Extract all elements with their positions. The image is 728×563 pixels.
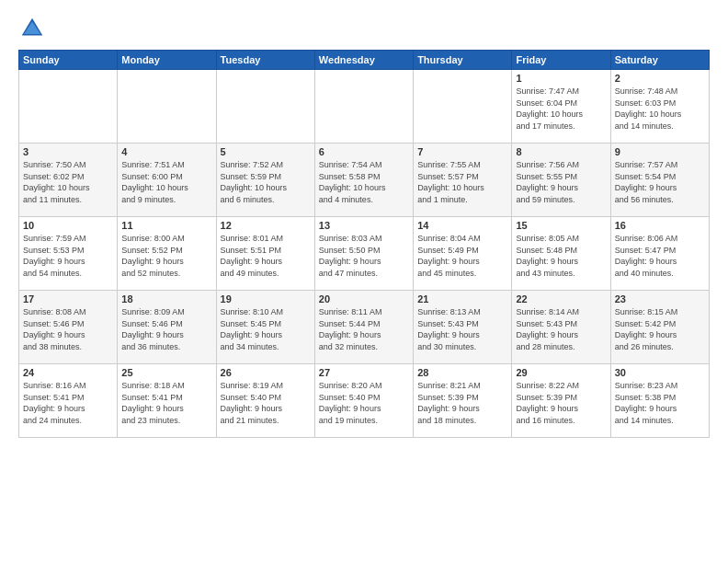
day-info: Sunrise: 8:22 AM Sunset: 5:39 PM Dayligh… (516, 380, 606, 426)
day-info: Sunrise: 8:14 AM Sunset: 5:43 PM Dayligh… (516, 306, 606, 352)
calendar-cell: 10Sunrise: 7:59 AM Sunset: 5:53 PM Dayli… (19, 217, 118, 291)
day-info: Sunrise: 7:50 AM Sunset: 6:02 PM Dayligh… (23, 159, 113, 205)
day-number: 16 (615, 220, 705, 231)
day-info: Sunrise: 7:55 AM Sunset: 5:57 PM Dayligh… (417, 159, 507, 205)
calendar-cell (216, 70, 314, 144)
calendar-cell: 14Sunrise: 8:04 AM Sunset: 5:49 PM Dayli… (414, 217, 512, 291)
day-info: Sunrise: 8:09 AM Sunset: 5:46 PM Dayligh… (121, 306, 211, 352)
day-number: 21 (417, 293, 507, 304)
calendar-cell: 22Sunrise: 8:14 AM Sunset: 5:43 PM Dayli… (512, 291, 610, 364)
week-row-5: 24Sunrise: 8:16 AM Sunset: 5:41 PM Dayli… (19, 364, 710, 438)
col-header-wednesday: Wednesday (314, 51, 413, 70)
day-info: Sunrise: 7:52 AM Sunset: 5:59 PM Dayligh… (221, 159, 311, 205)
day-number: 7 (417, 146, 507, 157)
calendar-cell: 17Sunrise: 8:08 AM Sunset: 5:46 PM Dayli… (19, 291, 118, 364)
col-header-monday: Monday (118, 51, 216, 70)
calendar-cell: 6Sunrise: 7:54 AM Sunset: 5:58 PM Daylig… (314, 144, 413, 217)
calendar-cell: 29Sunrise: 8:22 AM Sunset: 5:39 PM Dayli… (512, 364, 610, 438)
day-info: Sunrise: 8:10 AM Sunset: 5:45 PM Dayligh… (221, 306, 311, 352)
day-number: 14 (417, 220, 507, 231)
day-info: Sunrise: 8:13 AM Sunset: 5:43 PM Dayligh… (417, 306, 507, 352)
calendar-cell: 15Sunrise: 8:05 AM Sunset: 5:48 PM Dayli… (512, 217, 610, 291)
col-header-tuesday: Tuesday (216, 51, 314, 70)
calendar-cell: 16Sunrise: 8:06 AM Sunset: 5:47 PM Dayli… (610, 217, 709, 291)
day-info: Sunrise: 8:18 AM Sunset: 5:41 PM Dayligh… (121, 380, 211, 426)
day-info: Sunrise: 8:05 AM Sunset: 5:48 PM Dayligh… (516, 233, 606, 279)
day-number: 23 (615, 293, 705, 304)
calendar-cell (19, 70, 118, 144)
calendar-cell: 4Sunrise: 7:51 AM Sunset: 6:00 PM Daylig… (118, 144, 216, 217)
day-info: Sunrise: 8:19 AM Sunset: 5:40 PM Dayligh… (221, 380, 311, 426)
day-number: 26 (221, 367, 311, 378)
day-info: Sunrise: 8:04 AM Sunset: 5:49 PM Dayligh… (417, 233, 507, 279)
day-info: Sunrise: 8:20 AM Sunset: 5:40 PM Dayligh… (319, 380, 409, 426)
calendar-cell: 12Sunrise: 8:01 AM Sunset: 5:51 PM Dayli… (216, 217, 314, 291)
col-header-sunday: Sunday (19, 51, 118, 70)
logo (18, 15, 51, 42)
day-number: 6 (319, 146, 409, 157)
week-row-2: 3Sunrise: 7:50 AM Sunset: 6:02 PM Daylig… (19, 144, 710, 217)
day-info: Sunrise: 7:57 AM Sunset: 5:54 PM Dayligh… (615, 159, 705, 205)
day-number: 18 (121, 293, 211, 304)
calendar-cell: 3Sunrise: 7:50 AM Sunset: 6:02 PM Daylig… (19, 144, 118, 217)
calendar-cell: 19Sunrise: 8:10 AM Sunset: 5:45 PM Dayli… (216, 291, 314, 364)
calendar-cell: 23Sunrise: 8:15 AM Sunset: 5:42 PM Dayli… (610, 291, 709, 364)
calendar-cell (118, 70, 216, 144)
day-info: Sunrise: 8:00 AM Sunset: 5:52 PM Dayligh… (121, 233, 211, 279)
day-number: 19 (221, 293, 311, 304)
calendar-cell: 1Sunrise: 7:47 AM Sunset: 6:04 PM Daylig… (512, 70, 610, 144)
day-info: Sunrise: 8:16 AM Sunset: 5:41 PM Dayligh… (23, 380, 113, 426)
calendar-cell: 28Sunrise: 8:21 AM Sunset: 5:39 PM Dayli… (414, 364, 512, 438)
day-number: 25 (121, 367, 211, 378)
calendar-cell: 11Sunrise: 8:00 AM Sunset: 5:52 PM Dayli… (118, 217, 216, 291)
calendar-cell: 8Sunrise: 7:56 AM Sunset: 5:55 PM Daylig… (512, 144, 610, 217)
day-number: 15 (516, 220, 606, 231)
calendar-cell: 7Sunrise: 7:55 AM Sunset: 5:57 PM Daylig… (414, 144, 512, 217)
day-info: Sunrise: 7:47 AM Sunset: 6:04 PM Dayligh… (516, 86, 606, 132)
day-info: Sunrise: 8:23 AM Sunset: 5:38 PM Dayligh… (615, 380, 705, 426)
day-number: 12 (221, 220, 311, 231)
day-number: 20 (319, 293, 409, 304)
calendar-cell: 26Sunrise: 8:19 AM Sunset: 5:40 PM Dayli… (216, 364, 314, 438)
day-number: 1 (516, 73, 606, 84)
calendar-cell (414, 70, 512, 144)
day-number: 11 (121, 220, 211, 231)
day-number: 13 (319, 220, 409, 231)
week-row-3: 10Sunrise: 7:59 AM Sunset: 5:53 PM Dayli… (19, 217, 710, 291)
calendar-cell (314, 70, 413, 144)
calendar-header-row: SundayMondayTuesdayWednesdayThursdayFrid… (19, 51, 710, 70)
day-info: Sunrise: 7:56 AM Sunset: 5:55 PM Dayligh… (516, 159, 606, 205)
day-number: 10 (23, 220, 113, 231)
calendar-cell: 25Sunrise: 8:18 AM Sunset: 5:41 PM Dayli… (118, 364, 216, 438)
col-header-thursday: Thursday (414, 51, 512, 70)
day-number: 4 (121, 146, 211, 157)
col-header-friday: Friday (512, 51, 610, 70)
day-info: Sunrise: 8:01 AM Sunset: 5:51 PM Dayligh… (221, 233, 311, 279)
calendar-cell: 20Sunrise: 8:11 AM Sunset: 5:44 PM Dayli… (314, 291, 413, 364)
calendar-cell: 30Sunrise: 8:23 AM Sunset: 5:38 PM Dayli… (610, 364, 709, 438)
day-info: Sunrise: 8:03 AM Sunset: 5:50 PM Dayligh… (319, 233, 409, 279)
day-number: 30 (615, 367, 705, 378)
day-number: 8 (516, 146, 606, 157)
day-info: Sunrise: 8:06 AM Sunset: 5:47 PM Dayligh… (615, 233, 705, 279)
day-number: 29 (516, 367, 606, 378)
day-number: 17 (23, 293, 113, 304)
calendar-cell: 18Sunrise: 8:09 AM Sunset: 5:46 PM Dayli… (118, 291, 216, 364)
calendar-cell: 27Sunrise: 8:20 AM Sunset: 5:40 PM Dayli… (314, 364, 413, 438)
day-number: 27 (319, 367, 409, 378)
col-header-saturday: Saturday (610, 51, 709, 70)
calendar-cell: 5Sunrise: 7:52 AM Sunset: 5:59 PM Daylig… (216, 144, 314, 217)
day-number: 2 (615, 73, 705, 84)
day-number: 28 (417, 367, 507, 378)
calendar-cell: 13Sunrise: 8:03 AM Sunset: 5:50 PM Dayli… (314, 217, 413, 291)
calendar-cell: 21Sunrise: 8:13 AM Sunset: 5:43 PM Dayli… (414, 291, 512, 364)
day-info: Sunrise: 7:51 AM Sunset: 6:00 PM Dayligh… (121, 159, 211, 205)
day-number: 22 (516, 293, 606, 304)
calendar-table: SundayMondayTuesdayWednesdayThursdayFrid… (18, 50, 710, 438)
day-info: Sunrise: 8:15 AM Sunset: 5:42 PM Dayligh… (615, 306, 705, 352)
week-row-4: 17Sunrise: 8:08 AM Sunset: 5:46 PM Dayli… (19, 291, 710, 364)
day-number: 3 (23, 146, 113, 157)
day-number: 9 (615, 146, 705, 157)
calendar-page: SundayMondayTuesdayWednesdayThursdayFrid… (0, 0, 728, 563)
day-info: Sunrise: 7:59 AM Sunset: 5:53 PM Dayligh… (23, 233, 113, 279)
